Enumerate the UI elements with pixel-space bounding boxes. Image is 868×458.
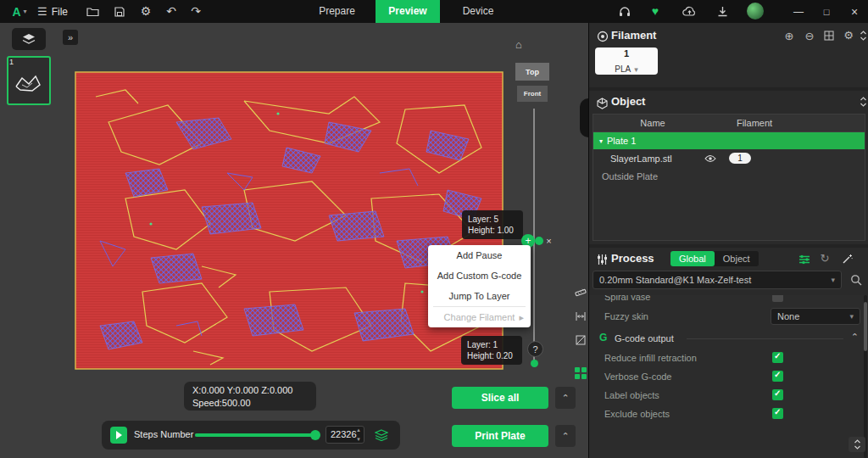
headset-icon[interactable] <box>617 4 632 19</box>
layer-tooltip-top-height: Height: 1.00 <box>468 225 517 236</box>
fuzzy-skin-label: Fuzzy skin <box>604 311 648 321</box>
coordinates-line: X:0.000 Y:0.000 Z:0.000 <box>192 384 308 397</box>
layer-slider-handle[interactable] <box>535 237 543 245</box>
layer-steps-icon[interactable] <box>373 427 390 444</box>
settings-scroll-area[interactable]: Spiral vase Fuzzy skin None G G-code out… <box>589 295 868 458</box>
slice-all-button[interactable]: Slice all <box>452 387 548 409</box>
view-cube-top[interactable]: Top <box>515 63 549 81</box>
toggle-global[interactable]: Global <box>670 251 715 266</box>
verbose-gcode-label: Verbose G-code <box>604 371 672 382</box>
remove-filament-icon[interactable]: ⊖ <box>803 29 816 42</box>
plate-thumbnail-number: 1 <box>9 58 14 66</box>
tune-params-icon[interactable] <box>798 253 811 265</box>
view-cube-front[interactable]: Front <box>517 86 548 102</box>
menu-item-jump-to-layer[interactable]: Jump To Layer <box>428 286 531 306</box>
user-avatar[interactable] <box>747 3 764 20</box>
setting-row-fuzzy-skin: Fuzzy skin None <box>589 304 868 327</box>
steps-slider-track[interactable] <box>195 433 318 437</box>
app-logo: A <box>12 5 20 19</box>
search-icon[interactable] <box>849 272 864 288</box>
outside-plate-label: Outside Plate <box>602 171 658 182</box>
heart-icon[interactable]: ♥ <box>648 3 663 19</box>
help-button[interactable]: ? <box>527 341 543 357</box>
object-collapse-icon[interactable] <box>858 95 868 109</box>
panel-expand-button[interactable] <box>849 437 865 452</box>
visibility-eye-icon[interactable] <box>704 153 717 165</box>
stepper-down-icon[interactable]: ▼ <box>356 437 361 442</box>
layers-panel-button[interactable] <box>12 28 46 50</box>
object-section-title: Object <box>611 95 645 108</box>
plate-thumbnail[interactable]: 1 <box>7 56 51 105</box>
file-menu-button[interactable]: ☰ File <box>37 0 68 23</box>
print-plate-button[interactable]: Print Plate <box>452 425 548 447</box>
layer-tooltip-top: Layer: 5 Height: 1.00 <box>462 210 523 239</box>
reset-params-icon[interactable]: ↻ <box>818 251 832 265</box>
filament-assignment-badge[interactable]: 1 <box>729 153 751 164</box>
tab-device[interactable]: Device <box>447 0 509 23</box>
steps-slider-handle[interactable] <box>310 430 320 440</box>
table-row-object[interactable]: SlayerLamp.stl 1 <box>593 149 865 168</box>
table-row-outside-plate[interactable]: Outside Plate <box>593 168 865 185</box>
play-button[interactable] <box>110 427 127 444</box>
reduce-infill-retraction-checkbox[interactable] <box>772 352 783 363</box>
object-section: Object Name Filament ▾ Plate 1 SlayerLam… <box>589 91 868 244</box>
gcode-output-section-header[interactable]: G G-code output ⌃ <box>589 327 868 349</box>
label-objects-label: Label objects <box>604 390 659 400</box>
filament-collapse-icon[interactable] <box>858 29 868 42</box>
menu-item-add-pause[interactable]: Add Pause <box>428 245 531 265</box>
flush-matrix-icon[interactable] <box>823 30 835 42</box>
add-filament-icon[interactable]: ⊕ <box>782 29 796 42</box>
remove-marker-icon[interactable]: × <box>543 235 554 246</box>
close-icon[interactable]: × <box>847 5 862 18</box>
download-icon[interactable] <box>715 4 730 19</box>
tab-prepare[interactable]: Prepare <box>301 0 373 23</box>
fuzzy-skin-select[interactable]: None <box>771 308 860 325</box>
maximize-icon[interactable]: □ <box>819 5 834 18</box>
process-section-title: Process <box>611 252 654 265</box>
column-header-name: Name <box>593 118 712 128</box>
table-row-plate[interactable]: ▾ Plate 1 <box>593 132 865 149</box>
gcode-collapse-icon[interactable]: ⌃ <box>851 332 859 343</box>
settings-gear-icon[interactable]: ⚙ <box>138 3 153 19</box>
grid-apps-icon[interactable] <box>572 365 589 382</box>
setting-row-reduce-infill-retraction: Reduce infill retraction <box>589 349 868 368</box>
dimension-icon[interactable] <box>573 309 588 324</box>
preset-dropdown[interactable]: 0.20mm Standard@K1 Max-Zelf-test <box>593 271 842 289</box>
filament-card[interactable]: 1 PLA <box>595 47 658 75</box>
label-objects-checkbox[interactable] <box>772 389 783 400</box>
print-options-chevron[interactable]: ⌃ <box>555 425 576 447</box>
settings-scrollbar[interactable] <box>864 295 867 458</box>
layer-slider-bottom-handle[interactable] <box>531 360 538 367</box>
app-logo-button[interactable]: A ▾ <box>5 3 34 20</box>
steps-value-box[interactable]: 22326 ▲ ▼ <box>326 426 364 444</box>
expand-sidebar-button[interactable]: » <box>63 30 78 45</box>
menu-item-change-filament[interactable]: Change Filament <box>428 307 531 327</box>
settings-scrollbar-thumb[interactable] <box>864 302 867 351</box>
tab-preview[interactable]: Preview <box>376 0 440 23</box>
menu-item-add-custom-gcode[interactable]: Add Custom G-code <box>428 265 531 286</box>
undo-icon[interactable]: ↶ <box>164 3 179 19</box>
fuzzy-skin-value: None <box>777 311 799 321</box>
app-window: A ▾ ☰ File ⚙ ↶ ↷ Prepare Preview Device … <box>0 0 868 458</box>
minimize-icon[interactable]: — <box>791 5 806 18</box>
setting-row-verbose-gcode: Verbose G-code <box>589 368 868 387</box>
coordinates-tooltip: X:0.000 Y:0.000 Z:0.000 Speed:500.00 <box>184 382 316 411</box>
measure-icon[interactable] <box>573 285 588 300</box>
exclude-objects-checkbox[interactable] <box>772 408 783 419</box>
reduce-infill-retraction-label: Reduce infill retraction <box>604 353 697 363</box>
filament-settings-gear-icon[interactable]: ⚙ <box>842 28 855 42</box>
home-view-icon[interactable]: ⌂ <box>510 37 527 51</box>
verbose-gcode-checkbox[interactable] <box>772 371 783 382</box>
layer-tooltip-bottom: Layer: 1 Height: 0.20 <box>461 336 522 365</box>
save-icon[interactable] <box>113 5 126 18</box>
redo-icon[interactable]: ↷ <box>188 3 203 19</box>
wizard-wand-icon[interactable] <box>840 252 854 265</box>
cloud-upload-icon[interactable] <box>681 4 698 19</box>
section-view-icon[interactable] <box>573 332 588 348</box>
column-header-filament: Filament <box>712 118 797 128</box>
stepper-up-icon[interactable]: ▲ <box>356 427 361 433</box>
spiral-vase-checkbox[interactable] <box>772 295 783 302</box>
toggle-object[interactable]: Object <box>715 251 759 266</box>
slice-options-chevron[interactable]: ⌃ <box>555 387 576 409</box>
open-folder-icon[interactable] <box>85 5 100 18</box>
